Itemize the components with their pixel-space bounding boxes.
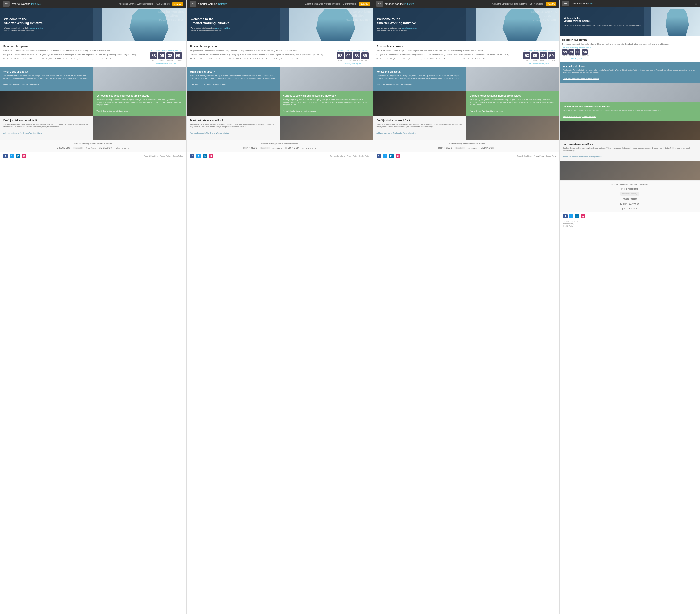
- whats-about-title-2: What's this all about?: [190, 70, 276, 73]
- social-instagram[interactable]: ig: [22, 154, 26, 158]
- countdown-seconds-num: 59: [175, 52, 182, 60]
- footer-terms-3[interactable]: Terms & Conditions: [517, 155, 532, 157]
- member-pha: pha media: [116, 147, 129, 149]
- research-para3-2: The Smarter Working Initiative will take…: [190, 58, 333, 60]
- join-us-button-3[interactable]: Join Us: [546, 2, 557, 6]
- curious-text-4: We've got a growing number of businesses…: [563, 109, 697, 112]
- dont-take-cell-3: Don't just take our word for it... See h…: [373, 116, 466, 140]
- dont-take-title-4: Don't just take our word for it...: [563, 143, 697, 146]
- view-all-link-3[interactable]: View all Smarter Working Initiative memb…: [470, 110, 503, 112]
- research-para1-2: People are more motivated and productive…: [190, 49, 333, 52]
- nav-about[interactable]: About the Smarter Working Initiative: [119, 3, 153, 5]
- nav-members-3[interactable]: Our Members: [529, 3, 543, 5]
- nav-members-2[interactable]: Our Members: [343, 3, 356, 5]
- nav-about-2[interactable]: About the Smarter Working Initiative: [305, 3, 340, 5]
- social-linkedin-3[interactable]: in: [389, 154, 393, 158]
- learn-more-link[interactable]: Learn more about the Smarter Working Ini…: [3, 83, 39, 85]
- logo-text: SWI: [5, 3, 8, 4]
- research-text-col: People are more motivated and productive…: [3, 49, 146, 65]
- view-all-link-2[interactable]: View all Smarter Working Initiative memb…: [283, 110, 316, 112]
- research-text-4: People are more motivated and productive…: [562, 43, 697, 45]
- social-facebook-2[interactable]: f: [190, 154, 195, 158]
- site-logo-4[interactable]: SWI: [562, 1, 569, 6]
- research-para2: Our goal is to have business leaders acr…: [3, 53, 146, 56]
- social-twitter[interactable]: t: [10, 154, 14, 158]
- footer-privacy-2[interactable]: Privacy Policy: [347, 155, 358, 157]
- member-mediacom: MEDIACOM: [99, 147, 113, 149]
- dont-take-text: See how flexible working can really bene…: [3, 123, 90, 128]
- join-us-button-2[interactable]: Join Us: [359, 2, 370, 6]
- social-facebook-4[interactable]: f: [563, 214, 567, 218]
- countdown-label-4: The Smarter Working Initiative starts in…: [562, 47, 697, 48]
- social-linkedin-2[interactable]: in: [203, 154, 207, 158]
- social-linkedin[interactable]: in: [16, 154, 20, 158]
- whats-about-text-4: The Smarter Working Initiative is the da…: [563, 69, 697, 74]
- footer-cookie[interactable]: Cookie Policy: [173, 155, 183, 157]
- learn-more-link-2[interactable]: Learn more about the Smarter Working Ini…: [190, 83, 226, 85]
- logo-text-2: SWI: [191, 3, 194, 4]
- footer-privacy-4[interactable]: Privacy Policy: [563, 223, 696, 225]
- footer-links: Terms & Conditions Privacy Policy Cookie…: [143, 155, 183, 157]
- nav-members[interactable]: Our Members: [156, 3, 170, 5]
- footer-cookie-3[interactable]: Cookie Policy: [546, 155, 556, 157]
- social-twitter-4[interactable]: t: [569, 214, 573, 218]
- social-instagram-4[interactable]: ig: [580, 214, 585, 218]
- countdown-seconds: 59 SECONDS: [175, 52, 182, 61]
- brand-name-2: smarter working initiative: [198, 2, 227, 5]
- research-section-1: Research has proven People are more moti…: [0, 41, 186, 67]
- footer-privacy-3[interactable]: Privacy Policy: [533, 155, 544, 157]
- site-column-1: SWI smarter working initiative About the…: [0, 0, 187, 614]
- footer-cookie-2[interactable]: Cookie Policy: [359, 155, 369, 157]
- countdown-col-3: The Smarter Working Initiative starts in…: [522, 49, 556, 65]
- social-instagram-2[interactable]: ig: [209, 154, 213, 158]
- laptop-image: [93, 67, 186, 91]
- learn-more-link-4[interactable]: Learn more about the Smarter Working Ini…: [563, 78, 599, 79]
- site-logo-2[interactable]: SWI: [190, 1, 196, 7]
- social-facebook-3[interactable]: f: [377, 154, 381, 158]
- whats-about-text-2: The Smarter Working Initiative is the da…: [190, 74, 276, 79]
- curious-cell-3: Curious to see what businesses are invol…: [466, 91, 559, 116]
- curious-title: Curious to see what businesses are invol…: [96, 95, 183, 97]
- add-business-link-3[interactable]: Add your business to The Smarter Working…: [377, 132, 415, 134]
- social-twitter-3[interactable]: t: [383, 154, 387, 158]
- cd-seconds-4: 59 SECONDS: [582, 49, 589, 57]
- hamburger-icon[interactable]: ≡: [695, 2, 697, 5]
- navbar-3: SWI smarter working initiative About the…: [373, 0, 560, 8]
- learn-more-link-3[interactable]: Learn more about the Smarter Working Ini…: [377, 83, 413, 85]
- footer-privacy[interactable]: Privacy Policy: [160, 155, 171, 157]
- site-column-3: SWI smarter working initiative About the…: [373, 0, 560, 614]
- footer-terms-4[interactable]: Terms & Conditions: [563, 221, 696, 222]
- footer-terms[interactable]: Terms & Conditions: [143, 155, 158, 157]
- brand-name-3: smarter working initiative: [385, 2, 414, 5]
- nav-about-3[interactable]: About the Smarter Working Initiative: [492, 3, 527, 5]
- footer-terms-2[interactable]: Terms & Conditions: [330, 155, 345, 157]
- office-image-cell: [0, 91, 93, 116]
- meeting-image-4: [560, 161, 700, 180]
- research-section-4: Research has proven People are more moti…: [560, 36, 700, 62]
- site-logo-3[interactable]: SWI: [376, 1, 383, 7]
- social-instagram-3[interactable]: ig: [396, 154, 400, 158]
- members-section-4: Smarter Working Initiative members inclu…: [560, 180, 700, 212]
- social-twitter-2[interactable]: t: [196, 154, 201, 158]
- office-image: [0, 91, 93, 116]
- social-linkedin-4[interactable]: in: [575, 214, 579, 218]
- footer-cookie-4[interactable]: Cookie Policy: [563, 225, 696, 227]
- meeting-image: [93, 116, 186, 140]
- view-all-link[interactable]: View all Smarter Working Initiative memb…: [96, 110, 129, 112]
- add-business-link-4[interactable]: Add your business to The Smarter Working…: [563, 156, 601, 158]
- hero-watermark-line2-2: initiative: [345, 14, 371, 18]
- curious-text-3: We've got a growing number of businesses…: [470, 99, 556, 106]
- hero-title: Welcome to theSmarter Working Initiative: [4, 17, 99, 25]
- countdown-seconds-unit: SECONDS: [175, 60, 182, 61]
- join-us-button[interactable]: Join Us: [173, 2, 183, 6]
- speaker-silhouette-4: [661, 9, 694, 36]
- curious-title-2: Curious to see what businesses are invol…: [283, 95, 369, 97]
- add-business-link[interactable]: Add your business to The Smarter Working…: [3, 132, 42, 134]
- add-business-link-2[interactable]: Add your business to The Smarter Working…: [190, 132, 229, 134]
- view-all-link-4[interactable]: View all Smarter Working Initiative memb…: [563, 116, 596, 117]
- site-logo[interactable]: SWI: [3, 1, 10, 7]
- social-facebook[interactable]: f: [3, 154, 8, 158]
- member-howlium-2: Howlium: [273, 147, 283, 149]
- cd-hours-4: 09 HOURS: [568, 49, 574, 57]
- whats-about-text: The Smarter Working Initiative is the da…: [3, 74, 90, 79]
